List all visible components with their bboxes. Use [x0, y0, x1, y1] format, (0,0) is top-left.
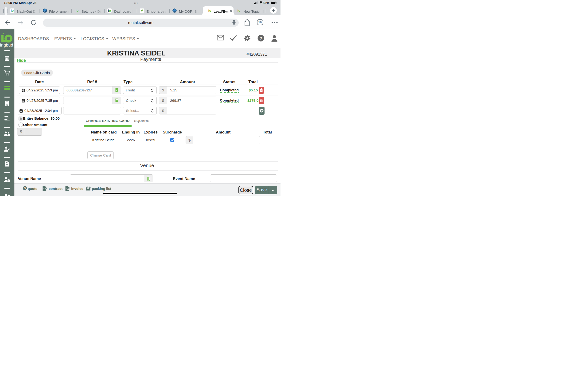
svg-text:$: $ [24, 187, 26, 190]
svg-text:?: ? [259, 36, 262, 41]
